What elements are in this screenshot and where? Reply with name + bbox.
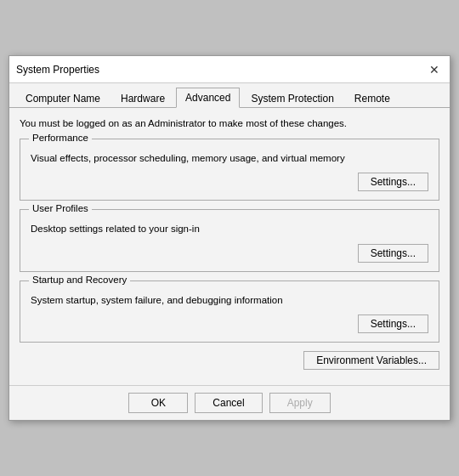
ok-button[interactable]: OK <box>128 393 188 413</box>
tab-hardware[interactable]: Hardware <box>111 88 174 108</box>
performance-group: Performance Visual effects, processor sc… <box>20 139 439 201</box>
startup-recovery-settings-button[interactable]: Settings... <box>358 314 428 333</box>
environment-variables-button[interactable]: Environment Variables... <box>303 351 439 370</box>
env-variables-row: Environment Variables... <box>20 351 439 370</box>
user-profiles-description: Desktop settings related to your sign-in <box>31 222 428 236</box>
tab-advanced[interactable]: Advanced <box>176 88 240 108</box>
user-profiles-footer: Settings... <box>31 244 428 263</box>
startup-recovery-group-title: Startup and Recovery <box>29 275 130 285</box>
tab-bar: Computer Name Hardware Advanced System P… <box>9 83 450 108</box>
startup-recovery-group: Startup and Recovery System startup, sys… <box>20 280 439 343</box>
tab-system-protection[interactable]: System Protection <box>241 88 343 108</box>
tab-content: You must be logged on as an Administrato… <box>9 108 450 385</box>
performance-description: Visual effects, processor scheduling, me… <box>31 151 428 166</box>
title-bar: System Properties ✕ <box>9 56 450 83</box>
startup-recovery-footer: Settings... <box>31 314 428 333</box>
system-properties-window: System Properties ✕ Computer Name Hardwa… <box>8 55 450 421</box>
tab-remote[interactable]: Remote <box>345 88 400 108</box>
user-profiles-group-title: User Profiles <box>29 203 92 213</box>
cancel-button[interactable]: Cancel <box>195 393 262 413</box>
window-title: System Properties <box>16 64 99 76</box>
tab-computer-name[interactable]: Computer Name <box>16 88 110 108</box>
user-profiles-group: User Profiles Desktop settings related t… <box>20 209 439 271</box>
bottom-bar: OK Cancel Apply <box>9 385 450 420</box>
close-button[interactable]: ✕ <box>426 61 443 78</box>
performance-settings-button[interactable]: Settings... <box>358 173 428 191</box>
admin-notice: You must be logged on as an Administrato… <box>20 116 439 130</box>
close-icon: ✕ <box>429 63 439 76</box>
performance-footer: Settings... <box>31 173 428 191</box>
performance-group-title: Performance <box>29 133 92 143</box>
startup-recovery-description: System startup, system failure, and debu… <box>31 293 428 308</box>
apply-button[interactable]: Apply <box>269 393 331 413</box>
user-profiles-settings-button[interactable]: Settings... <box>358 244 428 263</box>
